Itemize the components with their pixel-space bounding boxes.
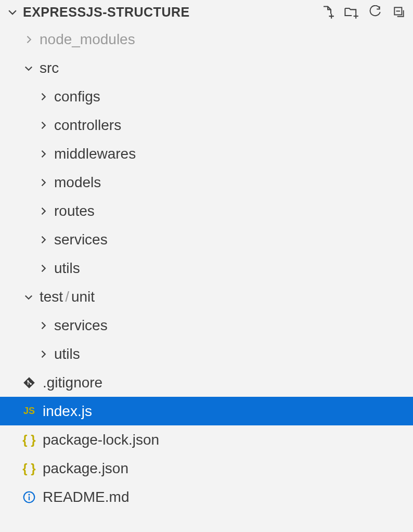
file-label: README.md [43,489,129,505]
file-package-lock[interactable]: { } package-lock.json [0,425,413,454]
folder-label: services [54,317,108,334]
file-explorer: EXPRESSJS-STRUCTURE [0,0,413,532]
json-brackets-text: { } [22,433,35,447]
folder-label: src [40,60,59,76]
file-label: index.js [43,403,92,420]
file-tree: node_modules src configs controllers [0,24,413,511]
json-icon: { } [21,432,37,448]
path-separator: / [65,289,69,305]
folder-src[interactable]: src [0,54,413,82]
chevron-right-icon [35,346,51,362]
explorer-header: EXPRESSJS-STRUCTURE [0,0,413,24]
folder-label: test/unit [40,289,95,305]
folder-middlewares[interactable]: middlewares [0,139,413,168]
chevron-right-icon [35,261,51,276]
project-name: EXPRESSJS-STRUCTURE [23,5,190,20]
chevron-right-icon [35,146,51,162]
folder-label: middlewares [54,146,136,162]
folder-label-test: test [40,289,63,305]
folder-utils[interactable]: utils [0,254,413,282]
new-folder-button[interactable] [343,4,359,20]
folder-label: configs [54,88,100,105]
info-icon [21,489,37,505]
chevron-right-icon [35,203,51,219]
file-package-json[interactable]: { } package.json [0,454,413,483]
folder-label: utils [54,260,80,277]
file-index-js[interactable]: JS index.js [0,397,413,425]
chevron-right-icon [35,89,51,105]
chevron-down-icon [21,60,36,76]
file-label: package.json [43,460,128,477]
folder-test-utils[interactable]: utils [0,340,413,368]
chevron-right-icon [35,232,51,248]
explorer-actions [319,4,407,20]
folder-label: utils [54,346,80,362]
new-file-button[interactable] [319,4,335,20]
file-label: .gitignore [43,374,102,391]
folder-label: models [54,174,101,191]
folder-test-services[interactable]: services [0,311,413,340]
folder-node-modules[interactable]: node_modules [0,25,413,54]
js-badge-text: JS [23,406,35,417]
js-icon: JS [21,403,37,420]
json-icon: { } [21,460,37,477]
chevron-right-icon [21,32,36,47]
folder-label: services [54,231,108,248]
chevron-right-icon [35,118,51,133]
chevron-down-icon [21,289,36,305]
json-brackets-text: { } [22,461,35,476]
file-readme[interactable]: README.md [0,483,413,511]
folder-routes[interactable]: routes [0,197,413,225]
file-label: package-lock.json [43,432,159,448]
collapse-all-button[interactable] [391,4,407,20]
explorer-header-left[interactable]: EXPRESSJS-STRUCTURE [6,5,319,20]
folder-test-unit[interactable]: test/unit [0,282,413,311]
chevron-down-icon [6,6,19,18]
git-icon [21,374,37,391]
folder-services[interactable]: services [0,225,413,254]
svg-rect-5 [29,496,30,500]
chevron-right-icon [35,175,51,190]
folder-models[interactable]: models [0,168,413,197]
svg-point-4 [28,494,30,495]
folder-configs[interactable]: configs [0,82,413,111]
chevron-right-icon [35,318,51,333]
folder-label: routes [54,203,95,219]
file-gitignore[interactable]: .gitignore [0,368,413,397]
folder-label: node_modules [40,31,135,48]
folder-controllers[interactable]: controllers [0,111,413,139]
refresh-button[interactable] [367,4,383,20]
folder-label-unit: unit [71,289,95,305]
folder-label: controllers [54,117,121,134]
